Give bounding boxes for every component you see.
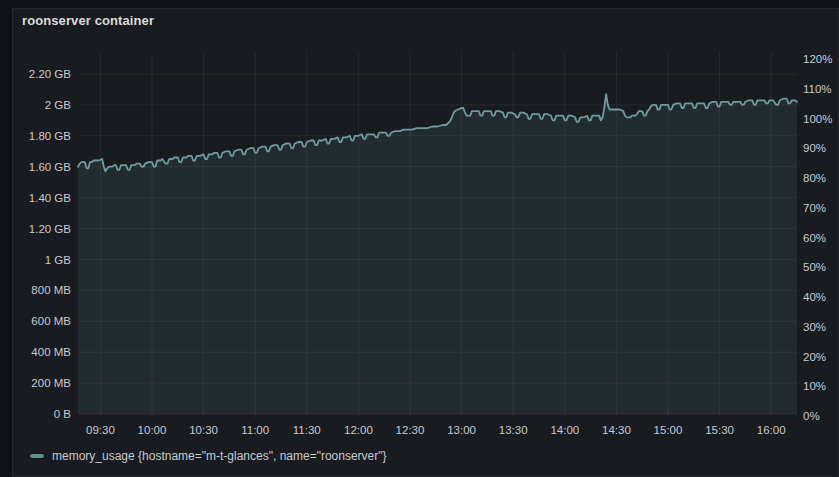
y-left-tick-label: 1.60 GB (29, 161, 72, 173)
y-right-tick-label: 100% (803, 113, 832, 125)
y-left-tick-label: 400 MB (31, 346, 71, 358)
chart-plot-area[interactable] (78, 52, 797, 414)
y-right-tick-label: 10% (803, 380, 826, 392)
x-tick-label: 10:00 (138, 424, 167, 436)
y-left-tick-label: 2 GB (45, 99, 72, 111)
x-tick-label: 13:00 (447, 424, 476, 436)
y-right-tick-label: 80% (803, 172, 826, 184)
x-tick-label: 12:00 (344, 424, 373, 436)
y-left-tick-label: 2.20 GB (29, 68, 72, 80)
y-left-tick-label: 1.20 GB (29, 223, 72, 235)
x-tick-label: 14:00 (550, 424, 579, 436)
y-right-tick-label: 20% (803, 351, 826, 363)
y-right-tick-label: 40% (803, 291, 826, 303)
x-tick-label: 11:00 (241, 424, 269, 436)
legend-swatch-icon (30, 454, 44, 458)
y-left-tick-label: 0 B (54, 408, 72, 420)
y-right-tick-label: 120% (803, 53, 832, 65)
y-left-tick-label: 600 MB (31, 315, 71, 327)
x-tick-label: 09:30 (86, 424, 115, 436)
legend-label: memory_usage {hostname="m-t-glances", na… (52, 449, 387, 463)
x-tick-label: 16:00 (757, 424, 786, 436)
timeseries-chart: 0 B200 MB400 MB600 MB800 MB1 GB1.20 GB1.… (0, 0, 839, 477)
y-left-tick-label: 1.40 GB (29, 192, 72, 204)
y-left-tick-label: 1 GB (45, 254, 72, 266)
x-tick-label: 15:00 (654, 424, 683, 436)
y-right-tick-label: 70% (803, 202, 826, 214)
y-left-tick-label: 200 MB (31, 377, 71, 389)
x-tick-label: 12:30 (396, 424, 425, 436)
y-right-tick-label: 50% (803, 261, 826, 273)
x-tick-label: 15:30 (705, 424, 734, 436)
x-tick-label: 11:30 (293, 424, 321, 436)
x-tick-label: 14:30 (602, 424, 631, 436)
y-right-tick-label: 60% (803, 232, 826, 244)
x-tick-label: 13:30 (499, 424, 528, 436)
legend-item-memory-usage[interactable]: memory_usage {hostname="m-t-glances", na… (30, 449, 387, 463)
y-right-tick-label: 90% (803, 142, 826, 154)
panel-title[interactable]: roonserver container (22, 13, 154, 28)
y-left-tick-label: 1.80 GB (29, 130, 72, 142)
y-left-tick-label: 800 MB (31, 284, 71, 296)
y-right-tick-label: 110% (803, 83, 832, 95)
x-tick-label: 10:30 (189, 424, 218, 436)
y-right-tick-label: 30% (803, 321, 826, 333)
y-right-tick-label: 0% (803, 410, 820, 422)
